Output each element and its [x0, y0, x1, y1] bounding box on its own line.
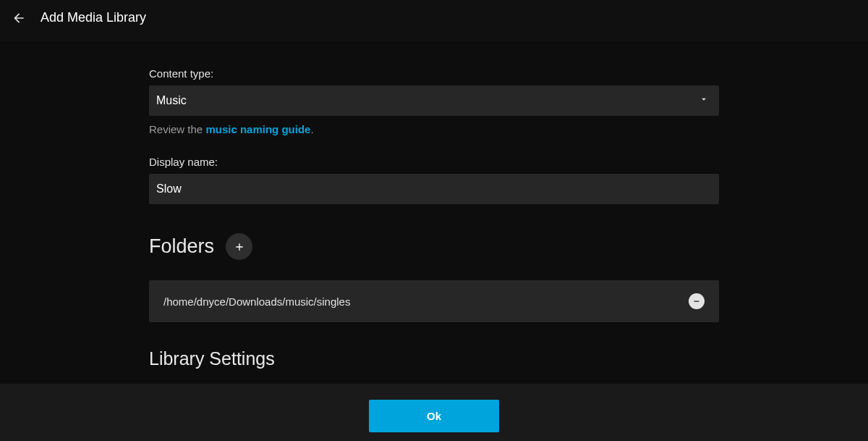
add-folder-button[interactable]	[226, 233, 252, 260]
content-type-value: Music	[149, 85, 719, 116]
plus-icon	[234, 241, 245, 253]
svg-rect-0	[694, 301, 699, 302]
minus-icon	[692, 297, 701, 306]
folder-path: /home/dnyce/Downloads/music/singles	[163, 295, 350, 308]
folders-title: Folders	[149, 235, 214, 258]
naming-guide-link[interactable]: music naming guide	[205, 123, 310, 135]
back-button[interactable]	[12, 11, 26, 25]
dialog-header: Add Media Library	[0, 0, 868, 41]
folders-header: Folders	[149, 233, 719, 260]
content-type-label: Content type:	[149, 67, 719, 80]
library-settings-title: Library Settings	[149, 348, 719, 369]
arrow-left-icon	[12, 11, 26, 25]
folder-item[interactable]: /home/dnyce/Downloads/music/singles	[149, 280, 719, 322]
remove-folder-button[interactable]	[689, 293, 705, 309]
helper-suffix: .	[310, 123, 313, 135]
display-name-input[interactable]	[149, 174, 719, 204]
ok-button[interactable]: Ok	[369, 400, 499, 432]
helper-prefix: Review the	[149, 123, 205, 135]
dialog-title: Add Media Library	[41, 10, 146, 25]
dialog-footer: Ok	[0, 384, 868, 441]
display-name-label: Display name:	[149, 156, 719, 168]
naming-guide-helper: Review the music naming guide.	[149, 123, 719, 135]
content-type-select[interactable]: Music	[149, 85, 719, 116]
dialog-content: Content type: Music Review the music nam…	[0, 41, 868, 441]
